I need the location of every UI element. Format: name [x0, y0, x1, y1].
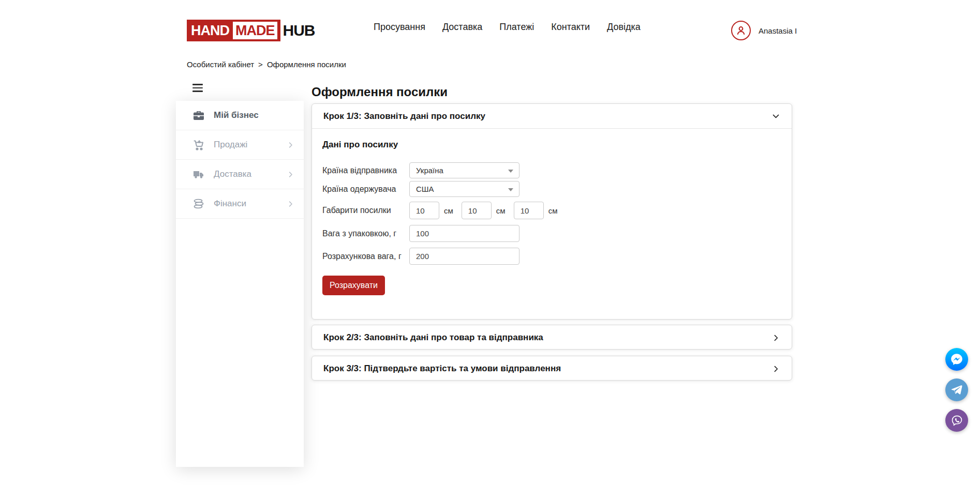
- telegram-icon: [951, 384, 963, 396]
- nav-item-delivery[interactable]: Доставка: [442, 22, 482, 33]
- viber-button[interactable]: [945, 409, 968, 432]
- step-2-label: Крок 2/3: Заповніть дані про товар та ві…: [323, 332, 771, 343]
- accordion-step-2-header[interactable]: Крок 2/3: Заповніть дані про товар та ві…: [312, 325, 792, 350]
- recipient-country-value: США: [416, 185, 434, 193]
- chevron-right-icon: [287, 171, 294, 178]
- breadcrumb-link-cabinet[interactable]: Особистий кабінет: [187, 60, 254, 69]
- user-name: Anastasia I: [759, 26, 797, 35]
- step-3-label: Крок 3/3: Підтвердьте вартість та умови …: [323, 363, 771, 374]
- accordion-step-1: Крок 1/3: Заповніть дані про посилку Дан…: [311, 103, 792, 320]
- sidebar-item-sales[interactable]: Продажі: [176, 130, 304, 160]
- nav-item-payments[interactable]: Платежі: [499, 22, 534, 33]
- messenger-button[interactable]: [945, 348, 968, 371]
- dimension-width-input[interactable]: [462, 202, 492, 219]
- logo-made-text: MADE: [233, 22, 277, 39]
- dimension-length-input[interactable]: [409, 202, 439, 219]
- coins-icon: [192, 198, 205, 210]
- breadcrumb: Особистий кабінет > Оформлення посилки: [187, 60, 346, 69]
- packed-weight-row: Вага з упаковкою, г: [322, 225, 780, 242]
- unit-label-cm: см: [548, 206, 558, 215]
- user-account[interactable]: Anastasia I: [731, 21, 797, 40]
- logo-hand-text: HAND: [191, 23, 229, 39]
- social-buttons: [945, 348, 968, 432]
- cart-icon: [192, 139, 205, 151]
- sidebar-item-delivery[interactable]: Доставка: [176, 160, 304, 189]
- chevron-right-icon: [287, 141, 294, 149]
- recipient-country-select[interactable]: США: [409, 181, 519, 197]
- page: HAND MADE HUB Просування Доставка Платеж…: [0, 0, 980, 485]
- step-1-label: Крок 1/3: Заповніть дані про посилку: [323, 111, 771, 122]
- main-nav: Просування Доставка Платежі Контакти Дов…: [374, 0, 641, 54]
- sender-country-select[interactable]: Україна: [409, 162, 519, 178]
- person-icon: [735, 24, 747, 37]
- dimensions-label: Габарити посилки: [322, 206, 409, 215]
- page-title: Оформлення посилки: [311, 85, 448, 99]
- sender-country-label: Країна відправника: [322, 166, 409, 175]
- calculated-weight-row: Розрахункова вага, г: [322, 248, 780, 265]
- truck-icon: [192, 168, 205, 180]
- nav-item-help[interactable]: Довідка: [607, 22, 641, 33]
- unit-label-cm: см: [444, 206, 453, 215]
- accordion-step-3: Крок 3/3: Підтвердьте вартість та умови …: [311, 356, 792, 381]
- sidebar-item-label: Фінанси: [214, 199, 287, 209]
- recipient-country-row: Країна одержувача США: [322, 181, 780, 197]
- parcel-form: Дані про посилку Країна відправника Укра…: [312, 129, 792, 295]
- breadcrumb-current: Оформлення посилки: [267, 60, 346, 69]
- logo-hub-text: HUB: [283, 22, 315, 39]
- form-heading: Дані про посилку: [322, 140, 780, 150]
- sidebar: Мій бізнес Продажі Доставка: [176, 101, 304, 467]
- sidebar-item-label: Продажі: [214, 140, 287, 150]
- hamburger-menu-icon[interactable]: [192, 84, 203, 92]
- packed-weight-input[interactable]: [409, 225, 519, 242]
- accordion-step-2: Крок 2/3: Заповніть дані про товар та ві…: [311, 325, 792, 350]
- nav-item-contacts[interactable]: Контакти: [551, 22, 590, 33]
- chevron-right-icon: [771, 365, 780, 373]
- sidebar-item-finance[interactable]: Фінанси: [176, 189, 304, 219]
- accordion-step-1-header[interactable]: Крок 1/3: Заповніть дані про посилку: [312, 104, 792, 129]
- calculated-weight-label: Розрахункова вага, г: [322, 252, 409, 261]
- sender-country-value: Україна: [416, 166, 443, 175]
- viber-icon: [951, 414, 963, 427]
- accordion-step-3-header[interactable]: Крок 3/3: Підтвердьте вартість та умови …: [312, 356, 792, 381]
- sidebar-item-label: Доставка: [214, 169, 287, 179]
- calculate-button[interactable]: Розрахувати: [322, 276, 385, 295]
- chevron-right-icon: [771, 334, 780, 342]
- chevron-right-icon: [287, 200, 294, 208]
- sidebar-item-label: Мій бізнес: [214, 110, 294, 120]
- logo-hand: HAND MADE: [187, 20, 280, 41]
- sidebar-item-my-business[interactable]: Мій бізнес: [176, 101, 304, 130]
- chevron-down-icon: [771, 112, 780, 120]
- packed-weight-label: Вага з упаковкою, г: [322, 229, 409, 238]
- dimensions-row: Габарити посилки см см см: [322, 202, 780, 219]
- unit-label-cm: см: [496, 206, 506, 215]
- recipient-country-label: Країна одержувача: [322, 185, 409, 194]
- dimension-height-input[interactable]: [514, 202, 544, 219]
- messenger-icon: [950, 353, 963, 366]
- nav-item-promotion[interactable]: Просування: [374, 22, 425, 33]
- avatar[interactable]: [731, 21, 751, 40]
- telegram-button[interactable]: [945, 378, 968, 401]
- briefcase-icon: [192, 109, 205, 122]
- logo[interactable]: HAND MADE HUB: [187, 20, 315, 41]
- breadcrumb-separator: >: [258, 60, 263, 69]
- sender-country-row: Країна відправника Україна: [322, 162, 780, 178]
- calculated-weight-input[interactable]: [409, 248, 519, 265]
